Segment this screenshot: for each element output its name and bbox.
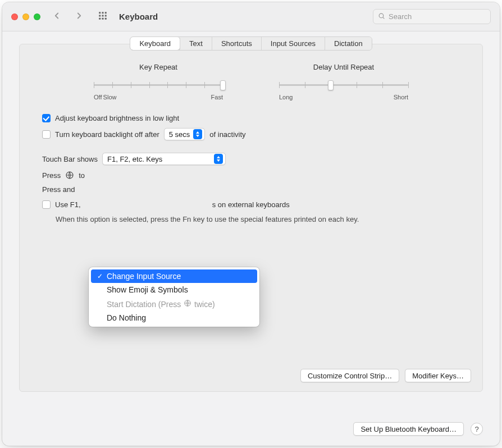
press-globe-menu[interactable]: ✓ Change Input Source Show Emoji & Symbo…	[89, 267, 259, 327]
delay-thumb[interactable]	[328, 80, 334, 90]
brightness-checkbox[interactable]	[42, 114, 51, 122]
search-icon	[378, 12, 385, 21]
svg-rect-0	[99, 12, 101, 13]
close-window[interactable]	[11, 13, 18, 20]
titlebar: Keyboard	[2, 2, 500, 31]
press-globe-prefix: Press	[42, 171, 61, 180]
tab-dictation[interactable]: Dictation	[325, 37, 372, 50]
backlight-off-value: 5 secs	[169, 130, 190, 139]
content: Keyboard Text Shortcuts Input Sources Di…	[2, 31, 500, 446]
menu-change-input-source[interactable]: ✓ Change Input Source	[91, 269, 257, 283]
tab-input-sources[interactable]: Input Sources	[262, 37, 325, 50]
row-touchbar: Touch Bar shows F1, F2, etc. Keys	[42, 153, 460, 165]
pane-card: Keyboard Text Shortcuts Input Sources Di…	[19, 44, 483, 392]
menu-start-dictation[interactable]: Start Dictation (Press twice)	[91, 296, 257, 311]
use-fn-checkbox[interactable]	[42, 200, 51, 209]
row-brightness: Adjust keyboard brightness in low light	[42, 114, 460, 122]
svg-rect-4	[102, 15, 104, 17]
use-fn-prefix: Use F1,	[55, 200, 81, 209]
key-repeat-slider: Key Repeat Off Slow Fast	[94, 63, 223, 100]
menu-do-nothing[interactable]: Do Nothing	[91, 311, 257, 324]
sliders: Key Repeat Off Slow Fast Delay Until Rep…	[42, 63, 460, 100]
press-globe-suffix: to	[79, 171, 85, 180]
row-use-fn: Use F1, F2, etc. keys as standard functi…	[42, 200, 460, 209]
show-all-prefs-icon[interactable]	[98, 11, 108, 22]
minimize-window[interactable]	[22, 13, 29, 20]
zoom-window[interactable]	[34, 13, 40, 20]
row-press-globe: Press to	[42, 171, 460, 180]
globe-icon	[65, 171, 74, 180]
key-repeat-title: Key Repeat	[94, 63, 223, 71]
stepper-icon	[193, 129, 202, 139]
backlight-off-suffix: of inactivity	[209, 130, 245, 139]
row-press-hold: Press and	[42, 185, 460, 194]
menu-show-emoji-symbols[interactable]: Show Emoji & Symbols	[91, 283, 257, 296]
backlight-off-popup[interactable]: 5 secs	[164, 128, 206, 140]
use-fn-help: When this option is selected, press the …	[56, 214, 460, 225]
customize-control-strip-button[interactable]: Customize Control Strip…	[300, 369, 399, 382]
tab-keyboard[interactable]: Keyboard	[130, 37, 180, 50]
globe-icon	[183, 299, 192, 308]
tab-text[interactable]: Text	[180, 37, 212, 50]
key-repeat-labels: Off Slow Fast	[94, 94, 223, 100]
touchbar-value: F1, F2, etc. Keys	[107, 155, 162, 163]
press-hold-label: Press and	[42, 185, 75, 194]
svg-rect-7	[102, 18, 104, 20]
search-input[interactable]	[389, 12, 486, 21]
nav-arrows	[52, 11, 84, 22]
preferences-window: Keyboard Keyboard Text Shortcuts Input S…	[2, 2, 500, 446]
tab-shortcuts[interactable]: Shortcuts	[212, 37, 262, 50]
delay-labels: Long Short	[279, 94, 408, 100]
svg-rect-1	[102, 12, 104, 13]
svg-rect-6	[99, 18, 101, 20]
checkmark-icon: ✓	[97, 272, 103, 280]
keyboard-pane: Key Repeat Off Slow Fast Delay Until Rep…	[20, 63, 482, 236]
touchbar-popup[interactable]: F1, F2, etc. Keys	[102, 153, 226, 165]
svg-rect-5	[105, 15, 107, 17]
svg-line-10	[383, 17, 384, 18]
window-controls	[11, 13, 40, 20]
use-fn-suffix: s on external keyboards	[212, 200, 290, 209]
svg-rect-8	[105, 18, 107, 20]
search-field[interactable]	[373, 9, 491, 24]
forward-button[interactable]	[74, 11, 84, 22]
tabs: Keyboard Text Shortcuts Input Sources Di…	[20, 36, 482, 51]
brightness-label: Adjust keyboard brightness in low light	[55, 114, 179, 122]
setup-bluetooth-keyboard-button[interactable]: Set Up Bluetooth Keyboard…	[353, 422, 464, 436]
svg-rect-3	[99, 15, 101, 17]
touchbar-label: Touch Bar shows	[42, 155, 98, 163]
svg-rect-2	[105, 12, 107, 13]
inner-footer: Customize Control Strip… Modifier Keys…	[300, 369, 471, 382]
key-repeat-track[interactable]	[94, 79, 223, 90]
delay-slider: Delay Until Repeat Long Short	[279, 63, 408, 100]
key-repeat-thumb[interactable]	[220, 80, 226, 90]
backlight-off-checkbox[interactable]	[42, 130, 51, 139]
modifier-keys-button[interactable]: Modifier Keys…	[405, 369, 471, 382]
backlight-off-prefix: Turn keyboard backlight off after	[55, 130, 159, 139]
back-button[interactable]	[52, 11, 62, 22]
delay-track[interactable]	[279, 79, 408, 90]
outer-footer: Set Up Bluetooth Keyboard… ?	[353, 422, 483, 436]
delay-title: Delay Until Repeat	[279, 63, 408, 71]
svg-point-9	[379, 13, 384, 18]
window-title: Keyboard	[119, 12, 158, 21]
tab-group: Keyboard Text Shortcuts Input Sources Di…	[130, 36, 372, 51]
stepper-icon	[214, 154, 223, 164]
row-backlight-off: Turn keyboard backlight off after 5 secs…	[42, 128, 460, 140]
help-button[interactable]: ?	[471, 423, 483, 435]
